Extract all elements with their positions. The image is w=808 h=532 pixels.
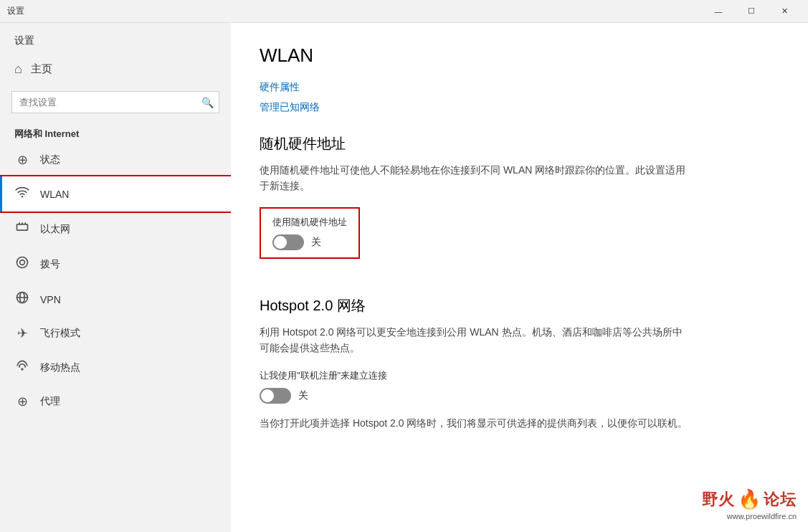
vpn-icon (14, 290, 30, 308)
title-bar-text: 设置 (7, 5, 702, 17)
status-icon: ⊕ (14, 152, 30, 168)
random-hardware-toggle-box: 使用随机硬件地址 关 (260, 207, 360, 259)
main-container: 设置 ⌂ 主页 🔍 网络和 Internet ⊕ 状态 (0, 23, 808, 532)
sidebar-item-ethernet-label: 以太网 (40, 223, 70, 236)
hotspot20-section: Hotspot 2.0 网络 利用 Hotspot 2.0 网络可以更安全地连接… (260, 296, 779, 431)
svg-point-10 (21, 368, 23, 370)
manage-networks-link[interactable]: 管理已知网络 (260, 101, 779, 114)
sidebar-item-wlan[interactable]: WLAN (0, 176, 231, 212)
hotspot20-toggle[interactable] (260, 388, 291, 404)
proxy-icon: ⊕ (14, 394, 30, 409)
home-icon: ⌂ (14, 62, 22, 77)
sidebar-item-dialup-label: 拨号 (40, 258, 60, 271)
watermark-suffix: 论坛 (764, 489, 797, 510)
hardware-props-link[interactable]: 硬件属性 (260, 81, 779, 94)
ethernet-icon (14, 220, 30, 238)
mobile-hotspot-icon (14, 358, 30, 376)
sidebar-item-status-label: 状态 (40, 153, 60, 166)
random-hardware-toggle-status: 关 (311, 236, 321, 249)
hotspot20-toggle-label: 让我使用"联机注册"来建立连接 (260, 369, 779, 382)
sidebar-item-status[interactable]: ⊕ 状态 (0, 143, 231, 176)
sidebar-item-airplane[interactable]: ✈ 飞行模式 (0, 317, 231, 350)
svg-point-0 (22, 196, 24, 198)
maximize-button[interactable]: ☐ (735, 0, 768, 23)
sidebar-home-button[interactable]: ⌂ 主页 (0, 53, 231, 85)
sidebar-header: 设置 (0, 23, 231, 53)
search-icon: 🔍 (201, 97, 214, 108)
random-hardware-description: 使用随机硬件地址可使他人不能轻易地在你连接到不同 WLAN 网络时跟踪你的位置。… (260, 162, 690, 194)
hotspot20-toggle-row: 关 (260, 388, 779, 404)
title-bar-controls: — ☐ ✕ (702, 0, 801, 23)
watermark: 野火 🔥 论坛 www.proewildfire.cn (702, 488, 797, 521)
search-input[interactable] (11, 91, 219, 113)
title-bar: 设置 — ☐ ✕ (0, 0, 808, 23)
sidebar-item-proxy[interactable]: ⊕ 代理 (0, 385, 231, 418)
sidebar-item-proxy-label: 代理 (40, 395, 60, 408)
svg-point-5 (17, 257, 28, 268)
page-title: WLAN (260, 44, 779, 67)
watermark-url: www.proewildfire.cn (727, 512, 797, 521)
sidebar-section-label: 网络和 Internet (0, 119, 231, 143)
hotspot20-footer: 当你打开此项并选择 Hotspot 2.0 网络时，我们将显示可供选择的提供商列… (260, 415, 690, 431)
sidebar-item-mobile-hotspot-label: 移动热点 (40, 361, 80, 374)
random-hardware-toggle[interactable] (272, 234, 304, 250)
sidebar-item-ethernet[interactable]: 以太网 (0, 212, 231, 247)
random-hardware-title: 随机硬件地址 (260, 134, 779, 153)
hotspot20-title: Hotspot 2.0 网络 (260, 296, 779, 315)
sidebar-item-vpn[interactable]: VPN (0, 282, 231, 317)
random-hardware-toggle-row: 关 (272, 234, 347, 250)
wlan-icon (14, 185, 30, 203)
hotspot20-description: 利用 Hotspot 2.0 网络可以更安全地连接到公用 WLAN 热点。机场、… (260, 324, 690, 356)
sidebar-home-label: 主页 (31, 62, 52, 76)
sidebar-item-dialup[interactable]: 拨号 (0, 247, 231, 282)
close-button[interactable]: ✕ (768, 0, 801, 23)
content-area: WLAN 硬件属性 管理已知网络 随机硬件地址 使用随机硬件地址可使他人不能轻易… (231, 23, 808, 532)
sidebar-item-vpn-label: VPN (40, 294, 61, 305)
random-hardware-toggle-label: 使用随机硬件地址 (272, 216, 347, 229)
airplane-icon: ✈ (14, 326, 30, 341)
hotspot20-toggle-status: 关 (298, 389, 308, 402)
sidebar-item-wlan-label: WLAN (40, 189, 69, 200)
svg-point-6 (20, 260, 25, 265)
watermark-text-main: 野火 (702, 489, 735, 510)
sidebar-item-airplane-label: 飞行模式 (40, 327, 80, 340)
minimize-button[interactable]: — (702, 0, 735, 23)
svg-rect-1 (17, 224, 28, 230)
search-box: 🔍 (11, 91, 219, 113)
dialup-icon (14, 255, 30, 273)
watermark-brand: 野火 🔥 论坛 (702, 488, 797, 510)
watermark-fire-icon: 🔥 (738, 488, 761, 510)
sidebar-item-mobile-hotspot[interactable]: 移动热点 (0, 350, 231, 385)
sidebar: 设置 ⌂ 主页 🔍 网络和 Internet ⊕ 状态 (0, 23, 231, 532)
